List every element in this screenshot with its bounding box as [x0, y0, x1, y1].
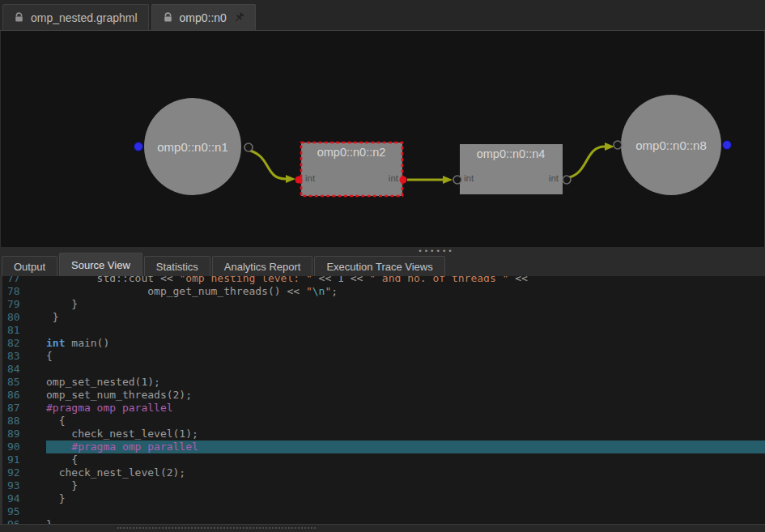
line-code: omp_get_num_threads() << "\n";: [46, 285, 765, 298]
line-number: 83: [2, 350, 46, 363]
tab-label: Statistics: [156, 261, 198, 273]
node-n2-port-out-label: int: [389, 173, 399, 183]
source-line-89[interactable]: 89 check_nest_level(1);: [2, 428, 765, 440]
line-code: {: [46, 453, 765, 466]
edge-n1-n2-arrowhead: [286, 175, 295, 183]
tab-label: Execution Trace Views: [326, 261, 432, 273]
scrollbar-thumb[interactable]: [117, 527, 316, 529]
node-n4-label: omp0::n0::n4: [477, 147, 546, 160]
graph-canvas[interactable]: omp0::n0::n1 omp0::n0::n2 int int omp0::…: [0, 31, 765, 247]
line-number: 79: [2, 298, 46, 311]
node-n2-port-in-label: int: [305, 173, 316, 183]
source-line-93[interactable]: 93 }: [2, 479, 765, 492]
line-number: 82: [2, 337, 46, 350]
line-code: {: [46, 415, 765, 428]
node-n2-label: omp0::n0::n2: [317, 146, 386, 159]
line-code: check_nest_level(2);: [46, 466, 765, 479]
source-line-91[interactable]: 91 {: [2, 453, 765, 466]
tab-statistics[interactable]: Statistics: [144, 256, 210, 276]
node-n1-label: omp0::n0::n1: [157, 140, 228, 154]
source-line-87[interactable]: 87#pragma omp parallel: [2, 402, 765, 415]
edge-n4-n8[interactable]: [569, 147, 605, 177]
line-number: 94: [2, 492, 46, 505]
source-line-86[interactable]: 86omp_set_num_threads(2);: [2, 389, 765, 402]
line-code: [46, 363, 765, 376]
line-code: [46, 505, 765, 518]
tab-label: omp_nested.graphml: [31, 11, 138, 24]
source-line-83[interactable]: 83{: [2, 350, 765, 363]
node-n1-out-port[interactable]: [244, 143, 253, 151]
line-code: omp_set_num_threads(2);: [46, 389, 765, 402]
tab-label: Output: [14, 261, 45, 273]
line-number: 80: [2, 311, 46, 324]
node-n4-in-port[interactable]: [453, 176, 461, 184]
line-code: #pragma omp parallel: [46, 440, 765, 453]
source-line-81[interactable]: 81: [2, 324, 765, 337]
lock-icon: [14, 12, 24, 23]
source-line-94[interactable]: 94 }: [2, 492, 765, 505]
source-line-84[interactable]: 84: [2, 363, 765, 376]
entry-marker-dot: [134, 143, 143, 151]
line-code: [46, 324, 765, 337]
line-code: }: [46, 492, 765, 505]
source-line-85[interactable]: 85omp_set_nested(1);: [2, 376, 765, 389]
tab-analytics-report[interactable]: Analytics Report: [212, 256, 313, 276]
source-line-88[interactable]: 88 {: [2, 415, 765, 428]
node-n2-out-port[interactable]: [400, 177, 407, 184]
source-line-79[interactable]: 79 }: [2, 298, 765, 311]
line-code: int main(): [46, 337, 765, 350]
line-code: omp_set_nested(1);: [46, 376, 765, 389]
line-number: 87: [2, 402, 46, 415]
edge-n2-n4-arrowhead: [443, 176, 453, 184]
tab-output[interactable]: Output: [2, 256, 57, 276]
node-n8-in-port[interactable]: [614, 141, 622, 149]
tab-label: Analytics Report: [224, 261, 301, 273]
source-code: 77 std::cout << "omp nesting level: " <<…: [2, 276, 765, 525]
document-tabbar: omp_nested.graphml omp0::n0: [0, 0, 765, 31]
line-number: 91: [2, 453, 46, 466]
line-number: 81: [2, 324, 46, 337]
source-line-92[interactable]: 92 check_nest_level(2);: [2, 466, 765, 479]
line-code: }: [46, 298, 765, 311]
source-line-82[interactable]: 82int main(): [2, 337, 765, 350]
tab-omp-nested-graphml[interactable]: omp_nested.graphml: [2, 4, 149, 30]
splitter-grip-icon[interactable]: ••••••: [418, 249, 454, 253]
line-number: 84: [2, 363, 46, 376]
pin-icon[interactable]: [233, 12, 244, 23]
line-code: }: [46, 479, 765, 492]
line-number: 77: [2, 276, 46, 285]
node-n4-out-port[interactable]: [563, 176, 571, 184]
source-line-80[interactable]: 80 }: [2, 311, 765, 324]
source-line-90[interactable]: 90 #pragma omp parallel: [2, 440, 765, 453]
lock-icon: [163, 12, 173, 23]
line-number: 92: [2, 466, 46, 479]
tab-label: Source View: [71, 259, 130, 271]
tab-omp0-n0[interactable]: omp0::n0: [151, 4, 256, 30]
dock-tabbar: Output Source View Statistics Analytics …: [0, 255, 765, 276]
tab-source-view[interactable]: Source View: [59, 253, 142, 276]
tab-label: omp0::n0: [180, 11, 227, 24]
source-line-78[interactable]: 78 omp_get_num_threads() << "\n";: [2, 285, 765, 298]
line-number: 85: [2, 376, 46, 389]
edge-n1-n2[interactable]: [250, 151, 286, 179]
node-n4-port-in-label: int: [464, 173, 474, 183]
line-number: 90: [2, 440, 46, 453]
source-line-77[interactable]: 77 std::cout << "omp nesting level: " <<…: [2, 276, 765, 285]
source-view-panel[interactable]: 77 std::cout << "omp nesting level: " <<…: [0, 276, 765, 525]
node-n2-in-port[interactable]: [295, 177, 303, 184]
line-code: }: [46, 311, 765, 324]
exit-marker-dot: [723, 141, 732, 150]
source-line-95[interactable]: 95: [2, 505, 765, 518]
graph-svg: omp0::n0::n1 omp0::n0::n2 int int omp0::…: [1, 31, 764, 247]
line-number: 86: [2, 389, 46, 402]
horizontal-scrollbar[interactable]: [0, 524, 765, 532]
line-number: 95: [2, 505, 46, 518]
edge-n4-n8-arrowhead: [605, 143, 614, 151]
line-number: 88: [2, 415, 46, 428]
line-code: std::cout << "omp nesting level: " << 1 …: [46, 276, 765, 285]
line-code: {: [46, 350, 765, 363]
tab-execution-trace-views[interactable]: Execution Trace Views: [314, 256, 444, 276]
node-n8-label: omp0::n0::n8: [635, 138, 707, 152]
line-number: 93: [2, 479, 46, 492]
line-number: 78: [2, 285, 46, 298]
